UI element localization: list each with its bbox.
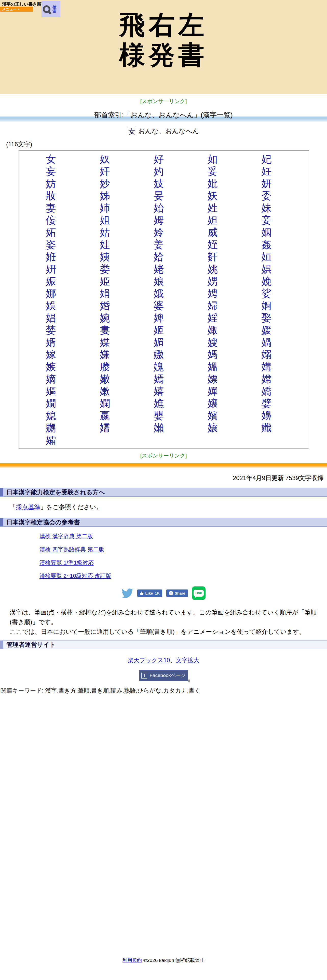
kanji-link[interactable]: 娼 — [46, 312, 56, 324]
kanji-link[interactable]: 娉 — [207, 287, 218, 299]
kanji-link[interactable]: 妙 — [100, 177, 110, 189]
kanji-link[interactable]: 嫡 — [46, 373, 56, 385]
kanji-link[interactable]: 妖 — [207, 189, 218, 202]
kanji-link[interactable]: 嬪 — [207, 409, 218, 422]
kanji-link[interactable]: 姉 — [100, 202, 110, 214]
kanji-link[interactable]: 姆 — [153, 214, 164, 226]
kanji-link[interactable]: 嫻 — [100, 397, 110, 409]
kanji-link[interactable]: 妣 — [207, 177, 218, 189]
kanji-link[interactable]: 媿 — [153, 361, 164, 373]
kanji-link[interactable]: 孃 — [207, 422, 218, 434]
kanji-link[interactable]: 妲 — [207, 214, 218, 226]
kanji-link[interactable]: 婚 — [100, 299, 110, 312]
kanji-link[interactable]: 媒 — [100, 336, 110, 348]
kanji-link[interactable]: 好 — [153, 153, 164, 165]
kanji-link[interactable]: 媾 — [261, 361, 271, 373]
kanji-link[interactable]: 娑 — [261, 287, 271, 299]
kanji-link[interactable]: 姑 — [100, 226, 110, 239]
kanji-link[interactable]: 侫 — [46, 214, 56, 226]
kanji-link[interactable]: 嫂 — [207, 336, 218, 348]
kanji-link[interactable]: 嬴 — [100, 409, 110, 422]
kanji-link[interactable]: 姿 — [46, 239, 56, 251]
kanji-link[interactable]: 姜 — [153, 239, 164, 251]
kanji-link[interactable]: 娠 — [46, 275, 56, 287]
kanji-link[interactable]: 嬲 — [46, 422, 56, 434]
kanji-link[interactable]: 妨 — [46, 177, 56, 189]
kanji-link[interactable]: 娚 — [207, 275, 218, 287]
kanji-link[interactable]: 娶 — [261, 312, 271, 324]
kanji-link[interactable]: 嫰 — [100, 385, 110, 397]
kanji-link[interactable]: 嬌 — [261, 385, 271, 397]
kanji-link[interactable]: 妾 — [261, 214, 271, 226]
kanji-link[interactable]: 姚 — [207, 263, 218, 275]
kanji-link[interactable]: 媼 — [207, 361, 218, 373]
moji-kakudai-link[interactable]: 文字拡大 — [176, 657, 199, 663]
kanji-link[interactable]: 妍 — [261, 177, 271, 189]
kanji-link[interactable]: 嫌 — [100, 348, 110, 361]
kanji-link[interactable]: 妝 — [46, 189, 56, 202]
kanji-link[interactable]: 娃 — [100, 239, 110, 251]
line-share-button[interactable]: LINE — [192, 586, 206, 600]
kanji-link[interactable]: 姥 — [153, 263, 164, 275]
kanji-link[interactable]: 嬉 — [153, 385, 164, 397]
kanji-link[interactable]: 媵 — [100, 361, 110, 373]
kanji-link[interactable]: 嬾 — [153, 422, 164, 434]
kanji-link[interactable]: 姓 — [207, 202, 218, 214]
kanji-link[interactable]: 婉 — [100, 312, 110, 324]
kanji-link[interactable]: 媳 — [46, 409, 56, 422]
kanji-link[interactable]: 妄 — [46, 165, 56, 177]
kanji-link[interactable]: 孅 — [261, 422, 271, 434]
twitter-icon[interactable] — [121, 588, 133, 598]
kanji-link[interactable]: 媽 — [207, 348, 218, 361]
kanji-link[interactable]: 奴 — [100, 153, 110, 165]
kanji-link[interactable]: 姊 — [100, 189, 110, 202]
kanji-link[interactable]: 始 — [153, 202, 164, 214]
kanji-link[interactable]: 嫩 — [100, 373, 110, 385]
kanji-link[interactable]: 娛 — [46, 299, 56, 312]
kanji-link[interactable]: 媛 — [261, 324, 271, 336]
kanji-link[interactable]: 娜 — [46, 287, 56, 299]
kanji-link[interactable]: 媧 — [261, 336, 271, 348]
book-link[interactable]: 漢検 四字熟語辞典 第二版 — [40, 546, 104, 554]
kanji-link[interactable]: 嫣 — [153, 373, 164, 385]
kanji-link[interactable]: 嬬 — [100, 422, 110, 434]
scoring-standard-link[interactable]: 採点基準 — [16, 503, 40, 510]
kanji-link[interactable]: 嫉 — [46, 361, 56, 373]
book-link[interactable]: 漢検要覧 2~10級対応 改訂版 — [40, 572, 111, 580]
kanji-link[interactable]: 婪 — [46, 324, 56, 336]
kanji-link[interactable]: 娵 — [207, 324, 218, 336]
kanji-link[interactable]: 嬰 — [153, 409, 164, 422]
book-link[interactable]: 漢検要覧 1/準1級対応 — [40, 559, 94, 566]
kanji-link[interactable]: 如 — [207, 153, 218, 165]
kanji-link[interactable]: 姸 — [46, 263, 56, 275]
kanji-link[interactable]: 妟 — [153, 189, 164, 202]
rakuten-books-link[interactable]: 楽天ブックス10 — [128, 657, 170, 663]
kanji-link[interactable]: 妬 — [46, 226, 56, 239]
kanji-link[interactable]: 姈 — [153, 226, 164, 239]
kanji-link[interactable]: 嫁 — [46, 348, 56, 361]
book-link[interactable]: 漢検 漢字辞典 第二版 — [40, 533, 93, 540]
kanji-link[interactable]: 嫋 — [261, 348, 271, 361]
kanji-link[interactable]: 嬖 — [261, 397, 271, 409]
kanji-link[interactable]: 嬋 — [207, 385, 218, 397]
kanji-link[interactable]: 孀 — [46, 434, 56, 446]
kanji-link[interactable]: 婦 — [207, 299, 218, 312]
kanji-link[interactable]: 婆 — [153, 299, 164, 312]
kanji-link[interactable]: 婬 — [207, 312, 218, 324]
kanji-link[interactable]: 婢 — [153, 312, 164, 324]
facebook-page-badge[interactable]: f Facebookページ — [139, 670, 188, 681]
kanji-link[interactable]: 姙 — [46, 251, 56, 263]
kanji-link[interactable]: 委 — [261, 189, 271, 202]
kanji-link[interactable]: 妻 — [46, 202, 56, 214]
kanji-link[interactable]: 妁 — [153, 165, 164, 177]
kanji-link[interactable]: 娄 — [100, 263, 110, 275]
kanji-link[interactable]: 婀 — [261, 299, 271, 312]
kanji-link[interactable]: 姫 — [100, 275, 110, 287]
facebook-share-button[interactable]: f Share — [166, 589, 188, 597]
kanji-link[interactable]: 妥 — [207, 165, 218, 177]
kanji-link[interactable]: 嫐 — [153, 348, 164, 361]
kanji-link[interactable]: 嫶 — [153, 397, 164, 409]
kanji-link[interactable]: 妃 — [261, 153, 271, 165]
facebook-like-button[interactable]: Like 1K — [137, 589, 162, 597]
kanji-link[interactable]: 姐 — [100, 214, 110, 226]
